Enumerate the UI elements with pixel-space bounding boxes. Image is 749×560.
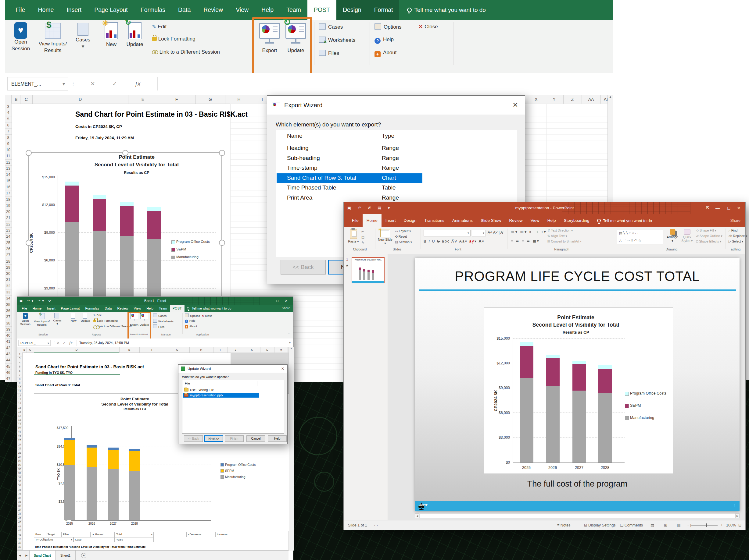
column-header-Y[interactable]: Y bbox=[545, 95, 563, 104]
open-session-button[interactable]: ♥ OpenSession bbox=[7, 22, 34, 52]
row-header-43[interactable]: 43 bbox=[5, 351, 12, 357]
tab-home[interactable]: Home bbox=[363, 214, 382, 227]
collapse-ribbon-icon[interactable]: ⌃ bbox=[287, 332, 290, 335]
row-header-36[interactable]: 36 bbox=[17, 492, 22, 496]
row-header-28[interactable]: 28 bbox=[17, 459, 22, 464]
tab-review[interactable]: Review bbox=[197, 0, 229, 20]
row-header-23[interactable]: 23 bbox=[5, 227, 12, 234]
ppt-hscrollbar[interactable]: ◀ ▶ bbox=[415, 513, 740, 518]
app-options-button[interactable]: Options ✕Close bbox=[185, 314, 212, 317]
row-header-6[interactable]: 6 bbox=[17, 369, 22, 373]
formula-enter-icon[interactable]: ✓ bbox=[63, 340, 66, 346]
row-header-10[interactable]: 10 bbox=[17, 385, 22, 390]
button--back[interactable]: << Back bbox=[184, 435, 203, 442]
chart-handle-top-center[interactable] bbox=[122, 150, 128, 156]
row-header-42[interactable]: 42 bbox=[17, 516, 22, 521]
sheet-tab-sheet1[interactable]: Sheet1 bbox=[56, 551, 76, 560]
row-header-9[interactable]: 9 bbox=[17, 381, 22, 385]
row-header-11[interactable]: 11 bbox=[17, 389, 22, 394]
column-header-D[interactable]: D bbox=[34, 347, 120, 353]
column-header-J[interactable]: J bbox=[227, 347, 244, 353]
column-header-I[interactable]: I bbox=[213, 347, 228, 353]
reset-button[interactable]: ⟲ Reset bbox=[395, 234, 407, 238]
tab-review[interactable]: Review bbox=[505, 214, 527, 227]
restore-icon[interactable]: □ bbox=[728, 202, 730, 214]
filter-cell-row[interactable]: Row bbox=[34, 532, 46, 537]
row-header-39[interactable]: 39 bbox=[5, 326, 12, 333]
chart-handle-mid-right[interactable] bbox=[219, 240, 225, 246]
row-header-14[interactable]: 14 bbox=[5, 172, 12, 178]
row-header-41[interactable]: 41 bbox=[5, 338, 12, 345]
row-header-3[interactable]: 3 bbox=[17, 357, 22, 361]
row-header-8[interactable]: 8 bbox=[5, 135, 12, 141]
tab-file[interactable]: File bbox=[9, 0, 31, 20]
row-header-27[interactable]: 27 bbox=[5, 252, 12, 259]
lock-formatting-button[interactable]: Lock Formatting bbox=[152, 36, 195, 42]
ppt-slide[interactable]: PROGRAM LIFE CYCLE COST TOTAL $15,000$12… bbox=[415, 258, 740, 511]
row-header-44[interactable]: 44 bbox=[5, 357, 12, 363]
row-header-23[interactable]: 23 bbox=[17, 439, 22, 443]
row-header-47[interactable]: 47 bbox=[5, 376, 12, 382]
tab-formulas[interactable]: Formulas bbox=[134, 0, 172, 20]
column-header-G[interactable]: G bbox=[165, 347, 190, 353]
row-header-40[interactable]: 40 bbox=[5, 332, 12, 339]
find-button[interactable]: ⌕ Find bbox=[729, 228, 737, 232]
row-header-18[interactable]: 18 bbox=[17, 418, 22, 422]
formula-enter-icon[interactable]: ✓ bbox=[109, 77, 121, 90]
excel-main-vscrollbar[interactable]: ▲ bbox=[607, 95, 613, 202]
formula-cancel-icon[interactable]: ✕ bbox=[87, 77, 99, 90]
comments-button[interactable]: ❏ Comments bbox=[620, 520, 643, 530]
shape-effects-button[interactable]: □ Shape Effects ▾ bbox=[696, 240, 722, 243]
row-header-45[interactable]: 45 bbox=[5, 363, 12, 370]
row-header-38[interactable]: 38 bbox=[17, 500, 22, 504]
row-header-28[interactable]: 28 bbox=[5, 259, 12, 265]
view-buttons[interactable]: ▤ ⊞ ▥ ▯ bbox=[650, 520, 697, 530]
row-header-29[interactable]: 29 bbox=[5, 265, 12, 271]
slide-thumbnail[interactable]: PROGRAM LIFE CYCLE COST TOTAL bbox=[351, 257, 385, 283]
column-header-L[interactable]: L bbox=[260, 347, 275, 353]
update-file-item[interactable]: mypptpresentation.pptx bbox=[184, 393, 223, 397]
row-header-18[interactable]: 18 bbox=[5, 197, 12, 203]
row-header-22[interactable]: 22 bbox=[17, 434, 22, 439]
row-header-45[interactable]: 45 bbox=[17, 529, 22, 533]
column-header-G[interactable]: G bbox=[195, 95, 226, 104]
update-file-item[interactable]: Use Existing File bbox=[184, 388, 214, 392]
tab-animations[interactable]: Animations bbox=[448, 214, 477, 227]
font-format-buttons[interactable]: B I U S ab̶c A⃡V Aa▾ aẏ▾ A▾ bbox=[424, 239, 485, 243]
tab-home[interactable]: Home bbox=[31, 0, 60, 20]
zoom-in-icon[interactable]: + bbox=[721, 520, 723, 530]
column-header-H[interactable]: H bbox=[189, 347, 213, 353]
app-about-button[interactable]: ♠About bbox=[374, 50, 397, 57]
row-header-15[interactable]: 15 bbox=[5, 178, 12, 184]
row-header-29[interactable]: 29 bbox=[17, 463, 22, 467]
row-header-8[interactable]: 8 bbox=[17, 377, 22, 381]
row-header-13[interactable]: 13 bbox=[17, 398, 22, 402]
ribbon-display-options-icon[interactable]: ⇱ bbox=[706, 202, 709, 214]
export-row-name[interactable]: Time-stamp bbox=[287, 164, 318, 171]
row-header-48[interactable]: 48 bbox=[17, 541, 22, 545]
tab-post[interactable]: POST bbox=[170, 305, 185, 312]
font-name-select[interactable]: ▾ bbox=[424, 230, 471, 237]
row-header-34[interactable]: 34 bbox=[5, 295, 12, 301]
tab-insert[interactable]: Insert bbox=[382, 214, 400, 227]
fit-slide-icon[interactable]: ⊡ bbox=[738, 520, 741, 530]
column-header-B[interactable]: B bbox=[12, 95, 20, 104]
row-header-34[interactable]: 34 bbox=[17, 484, 22, 488]
tab-view[interactable]: View bbox=[229, 0, 255, 20]
row-header-38[interactable]: 38 bbox=[5, 320, 12, 327]
column-header-D[interactable]: D bbox=[32, 95, 128, 104]
list-column-name[interactable]: Name bbox=[287, 133, 302, 139]
tab-design[interactable]: Design bbox=[336, 0, 368, 20]
row-header-40[interactable]: 40 bbox=[17, 508, 22, 513]
align-text-button[interactable]: ⇅ Align Text ▾ bbox=[548, 234, 567, 238]
formula-input[interactable]: Tuesday, 23 July 2024, 12:59 PM bbox=[77, 340, 284, 346]
select-button[interactable]: ▷ Select ▾ bbox=[729, 240, 743, 243]
add-sheet-icon[interactable]: + bbox=[81, 553, 86, 558]
tab-data[interactable]: Data bbox=[172, 0, 197, 20]
app-help-button[interactable]: ?Help bbox=[374, 37, 394, 44]
zoom-slider[interactable] bbox=[691, 525, 718, 525]
shape-fill-button[interactable]: ◇ Shape Fill ▾ bbox=[696, 228, 716, 232]
chart-handle-top-right[interactable] bbox=[219, 150, 225, 156]
row-header-32[interactable]: 32 bbox=[17, 476, 22, 480]
row-header-3[interactable]: 3 bbox=[5, 104, 12, 110]
